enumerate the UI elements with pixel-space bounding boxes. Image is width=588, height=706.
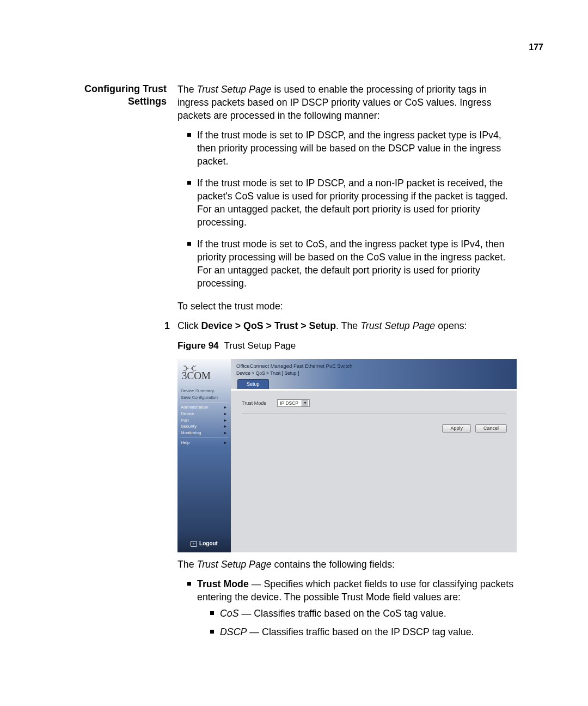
- sidebar-nav: Device Summary Save Configuration Admini…: [177, 385, 231, 449]
- trust-mode-select[interactable]: IP DSCP ▼: [277, 399, 310, 407]
- page-content: Configuring Trust Settings The Trust Set…: [74, 83, 516, 648]
- figure-label: Figure 94: [177, 340, 219, 351]
- after-fig-suffix: contains the following fields:: [272, 559, 395, 570]
- screenshot-sidebar: ⦔⦓ 3COM Device Summary Save Configuratio…: [177, 359, 231, 552]
- logo-3com: ⦔⦓ 3COM: [177, 359, 231, 385]
- chevron-right-icon: ▸: [224, 418, 226, 423]
- field-trust-mode: Trust Mode — Specifies which packet fiel…: [187, 577, 517, 638]
- trust-mode-bullets: If the trust mode is set to IP DSCP, and…: [187, 129, 517, 290]
- setup-panel: Trust Mode IP DSCP ▼ Apply Cancel: [231, 391, 517, 552]
- nav-device-summary[interactable]: Device Summary: [180, 388, 229, 394]
- field-name: Trust Mode: [197, 579, 249, 589]
- bullet-item: If the trust mode is set to IP DSCP, and…: [187, 176, 517, 229]
- divider: [242, 413, 506, 414]
- step-bold: Device > QoS > Trust > Setup: [201, 320, 336, 331]
- step-italic: Trust Setup Page: [360, 320, 435, 331]
- nav-port[interactable]: Port▸: [180, 417, 229, 424]
- trust-setup-screenshot: ⦔⦓ 3COM Device Summary Save Configuratio…: [177, 359, 517, 552]
- value-cos: CoS — Classifies traffic based on the Co…: [210, 607, 517, 620]
- bullet-item: If the trust mode is set to IP DSCP, and…: [187, 129, 517, 168]
- after-fig-prefix: The: [177, 559, 197, 570]
- value-name: DSCP: [220, 626, 247, 637]
- fields-list: Trust Mode — Specifies which packet fiel…: [187, 577, 517, 638]
- nav-security[interactable]: Security▸: [180, 423, 229, 430]
- after-fig-italic: Trust Setup Page: [197, 559, 272, 570]
- figure-caption: Figure 94Trust Setup Page: [177, 340, 517, 352]
- trust-mode-values: CoS — Classifies traffic based on the Co…: [210, 607, 517, 638]
- logout-icon: [191, 541, 197, 547]
- chevron-down-icon: ▼: [302, 400, 308, 406]
- logout-label: Logout: [199, 540, 218, 547]
- value-name: CoS: [220, 608, 239, 619]
- steps-list: 1 Click Device > QoS > Trust > Setup. Th…: [164, 319, 517, 332]
- step-suffix: opens:: [435, 320, 467, 331]
- trust-mode-row: Trust Mode IP DSCP ▼: [242, 396, 506, 410]
- screenshot-main: OfficeConnect Managed Fast Ethernet PoE …: [231, 359, 517, 552]
- figure-title: Trust Setup Page: [224, 340, 296, 351]
- value-desc: — Classifies traffic based on the CoS ta…: [239, 608, 446, 619]
- nav-administration[interactable]: Administration▸: [180, 404, 229, 411]
- logo-text: 3COM: [182, 371, 211, 380]
- value-dscp: DSCP — Classifies traffic based on the I…: [210, 625, 517, 638]
- bullet-item: If the trust mode is set to CoS, and the…: [187, 238, 517, 290]
- breadcrumb: Device > QoS > Trust [ Setup ]: [236, 370, 511, 376]
- value-desc: — Classifies traffic based on the IP DSC…: [247, 626, 474, 637]
- apply-button[interactable]: Apply: [442, 424, 471, 433]
- select-value: IP DSCP: [279, 400, 302, 406]
- nav-monitoring[interactable]: Monitoring▸: [180, 430, 229, 436]
- button-row: Apply Cancel: [442, 424, 507, 433]
- section-heading: Configuring Trust Settings: [74, 83, 167, 108]
- screenshot-header: OfficeConnect Managed Fast Ethernet PoE …: [231, 359, 517, 380]
- cancel-button[interactable]: Cancel: [475, 424, 507, 433]
- intro-before: The: [177, 84, 197, 95]
- tab-bar: Setup: [231, 380, 517, 391]
- step-number: 1: [164, 319, 170, 332]
- intro-paragraph: The Trust Setup Page is used to enable t…: [177, 83, 517, 122]
- chevron-right-icon: ▸: [224, 411, 226, 417]
- chevron-right-icon: ▸: [224, 424, 226, 429]
- trust-mode-label: Trust Mode: [242, 400, 266, 406]
- nav-help[interactable]: Help▸: [180, 440, 229, 446]
- nav-save-configuration[interactable]: Save Configuration: [180, 394, 229, 401]
- chevron-right-icon: ▸: [224, 405, 226, 410]
- body-column: The Trust Setup Page is used to enable t…: [177, 83, 517, 648]
- step-mid: . The: [336, 320, 360, 331]
- tab-setup[interactable]: Setup: [237, 379, 269, 389]
- app-title: OfficeConnect Managed Fast Ethernet PoE …: [236, 363, 511, 369]
- page-number: 177: [529, 41, 543, 53]
- intro-italic: Trust Setup Page: [197, 84, 272, 95]
- logout-button[interactable]: Logout: [177, 540, 231, 547]
- step-prefix: Click: [177, 320, 201, 331]
- step-1: 1 Click Device > QoS > Trust > Setup. Th…: [164, 319, 517, 332]
- chevron-right-icon: ▸: [224, 430, 226, 436]
- after-figure-text: The Trust Setup Page contains the follow…: [177, 558, 517, 571]
- nav-device[interactable]: Device▸: [180, 411, 229, 417]
- to-select-text: To select the trust mode:: [177, 300, 517, 313]
- chevron-right-icon: ▸: [224, 440, 226, 446]
